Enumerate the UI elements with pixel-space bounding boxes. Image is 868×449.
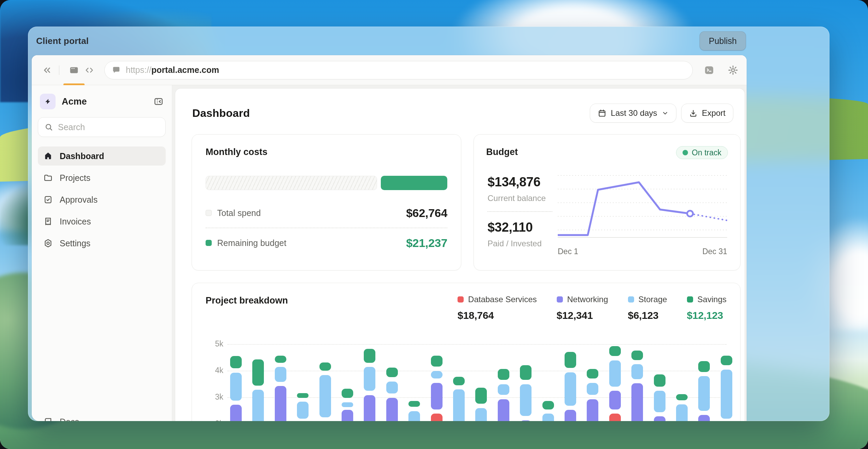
window-titlebar: Client portal Publish xyxy=(28,27,829,55)
bar-segment xyxy=(631,364,643,379)
page-title: Dashboard xyxy=(192,107,250,120)
bar-segment xyxy=(275,386,286,421)
bar-segment xyxy=(721,356,732,365)
bar-segment xyxy=(364,367,375,391)
remaining-budget-row: Remaining budget $21,237 xyxy=(206,235,447,251)
bar-segment xyxy=(631,351,643,360)
sidebar-item-label: Approvals xyxy=(60,195,98,205)
calendar-icon xyxy=(598,109,607,118)
bar-segment xyxy=(676,394,688,400)
bar-segment xyxy=(520,384,532,416)
sidebar-item-label: Invoices xyxy=(60,217,91,227)
legend-item: Storage$6,123 xyxy=(628,295,667,321)
sidebar-item-label: Projects xyxy=(60,173,90,183)
search-icon xyxy=(44,123,53,131)
row-value: $62,764 xyxy=(406,206,447,220)
project-breakdown-card: Project breakdown Database Services$18,7… xyxy=(192,283,740,421)
search-input[interactable]: Search xyxy=(38,117,166,137)
bar-segment xyxy=(475,388,487,404)
bar-segment xyxy=(631,383,643,421)
legend-swatch-icon xyxy=(458,296,464,303)
legend-label: Networking xyxy=(567,295,608,304)
bar-segment xyxy=(587,369,598,378)
bar-segment xyxy=(698,415,710,421)
bar-segment xyxy=(297,393,309,398)
bar-segment xyxy=(542,414,554,421)
green-swatch xyxy=(206,240,212,246)
card-title: Monthly costs xyxy=(206,147,447,157)
bar-segment xyxy=(342,389,353,398)
bar-segment xyxy=(230,405,242,421)
sidebar-item-settings[interactable]: Settings xyxy=(38,234,166,253)
row-value: $21,237 xyxy=(406,236,447,250)
bar-segment xyxy=(252,390,264,421)
sidebar-item-invoices[interactable]: Invoices xyxy=(38,212,166,231)
y-axis-tick: 4k xyxy=(206,366,223,375)
status-dot-icon xyxy=(683,150,688,155)
url-address-bar[interactable]: https://portal.acme.com xyxy=(104,61,693,79)
bar-segment xyxy=(698,361,710,372)
monthly-costs-card: Monthly costs Total spend $62,7 xyxy=(192,134,461,270)
row-label: Total spend xyxy=(217,208,261,218)
bar-segment xyxy=(542,401,554,409)
url-scheme: https:// xyxy=(126,65,151,75)
bar-segment xyxy=(498,399,509,421)
browser-chrome: https://portal.acme.com xyxy=(32,55,747,421)
bar-segment xyxy=(297,402,309,419)
bar-segment xyxy=(431,356,443,367)
toolbar-divider xyxy=(59,65,59,75)
clipboard-check-icon xyxy=(43,195,53,204)
bar-segment xyxy=(275,367,286,382)
bar-segment xyxy=(520,365,532,380)
x-label-start: Dec 1 xyxy=(558,247,578,256)
bar-segment xyxy=(676,404,688,421)
sidebar: Acme Search DashboardProjectsApprovalsIn… xyxy=(32,85,172,421)
legend-value: $6,123 xyxy=(628,310,667,321)
desktop-wallpaper: Client portal Publish https://port xyxy=(0,0,868,449)
budget-line-chart xyxy=(558,173,727,243)
stacked-bar-chart: 5k4k3k2k xyxy=(206,331,727,421)
y-axis-tick: 2k xyxy=(206,419,223,421)
legend-swatch-icon xyxy=(628,296,634,303)
bar-segment xyxy=(453,389,465,421)
bar-segment xyxy=(475,408,487,421)
bar-segment xyxy=(386,398,398,421)
browser-tab-icon[interactable] xyxy=(66,55,82,85)
sidebar-item-approvals[interactable]: Approvals xyxy=(38,190,166,209)
y-axis-tick: 5k xyxy=(206,339,223,349)
settings-icon xyxy=(43,238,53,248)
sidebar-nav: DashboardProjectsApprovalsInvoicesSettin… xyxy=(38,146,166,253)
sidebar-item-label: Dashboard xyxy=(60,151,104,161)
export-button[interactable]: Export xyxy=(681,104,733,123)
collapse-sidebar-icon[interactable] xyxy=(153,96,164,107)
code-icon[interactable] xyxy=(82,55,97,85)
status-badge: On track xyxy=(676,146,728,159)
status-label: On track xyxy=(692,148,721,157)
chart-legend: Database Services$18,764Networking$12,34… xyxy=(458,295,727,321)
legend-swatch-icon xyxy=(557,296,563,303)
publish-button[interactable]: Publish xyxy=(700,31,746,50)
sidebar-item-dashboard[interactable]: Dashboard xyxy=(38,146,166,166)
chevron-down-icon xyxy=(662,110,669,117)
legend-label: Storage xyxy=(639,295,667,304)
folder-icon xyxy=(43,173,53,183)
legend-swatch-icon xyxy=(687,296,693,303)
chevrons-left-icon[interactable] xyxy=(42,65,52,75)
neutral-swatch xyxy=(206,210,212,216)
acme-logo-icon xyxy=(40,94,56,109)
bar-segment xyxy=(654,374,665,387)
bar-segment xyxy=(431,414,443,421)
bar-segment xyxy=(230,373,242,401)
bar-segment xyxy=(364,349,375,363)
sidebar-item-docs[interactable]: Docs xyxy=(38,412,166,421)
sidebar-item-label: Docs xyxy=(60,417,79,421)
bar-segment xyxy=(565,410,576,421)
sidebar-item-projects[interactable]: Projects xyxy=(38,168,166,187)
date-range-button[interactable]: Last 30 days xyxy=(590,104,676,123)
bar-segment xyxy=(275,356,286,362)
legend-label: Savings xyxy=(698,295,727,304)
terminal-icon[interactable] xyxy=(704,65,715,76)
legend-item: Database Services$18,764 xyxy=(458,295,537,321)
bar-segment xyxy=(408,411,420,421)
gear-icon[interactable] xyxy=(728,65,738,76)
